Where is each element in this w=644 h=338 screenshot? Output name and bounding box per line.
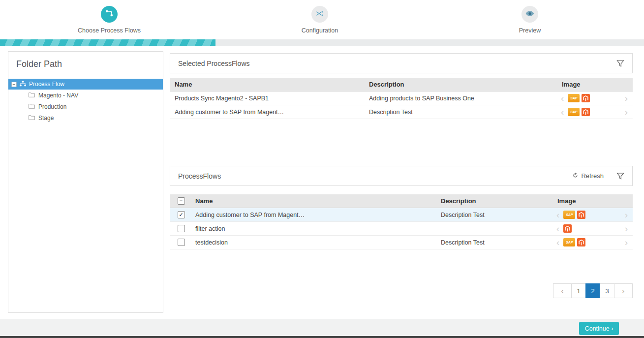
- tree-item-label: Process Flow: [29, 81, 64, 88]
- magento-icon: [582, 94, 590, 102]
- magento-icon: [563, 224, 572, 233]
- step-configuration[interactable]: Configuration: [266, 6, 374, 34]
- step-preview[interactable]: Preview: [476, 6, 584, 34]
- row-description: Adding products to SAP Business One: [369, 95, 556, 102]
- row-name: testdecision: [192, 239, 441, 246]
- chevron-right-icon[interactable]: ›: [625, 238, 628, 247]
- folder-path-panel: Folder Path − Process Flow Magento - NAV…: [8, 51, 163, 313]
- pagination-page-3[interactable]: 3: [600, 283, 614, 298]
- chevron-left-icon[interactable]: ‹: [556, 238, 559, 247]
- table-row[interactable]: ✓ Adding customer to SAP from Magent… De…: [170, 208, 633, 222]
- chevron-left-icon[interactable]: ‹: [561, 107, 564, 117]
- row-checkbox[interactable]: [178, 239, 185, 246]
- row-name: Products Sync Magento2 - SAPB1: [170, 95, 369, 102]
- step-circle[interactable]: [521, 6, 538, 23]
- tree-item-process-flow[interactable]: − Process Flow: [8, 79, 163, 90]
- processflows-table: − Name Description Image ✓ Adding custom…: [170, 194, 633, 249]
- continue-button[interactable]: Continue ›: [579, 322, 619, 335]
- magento-icon: [582, 108, 590, 116]
- filter-icon[interactable]: [616, 172, 624, 180]
- wizard-steps-header: Choose Process Flows Configuration Previ…: [0, 0, 644, 39]
- pagination-page-2[interactable]: 2: [585, 283, 600, 298]
- processflows-title: ProcessFlows: [178, 172, 221, 180]
- refresh-label: Refresh: [581, 172, 604, 180]
- step-circle[interactable]: [311, 6, 328, 23]
- row-image-cell: ‹ SAP ›: [552, 210, 633, 219]
- table-row: Products Sync Magento2 - SAPB1 Adding pr…: [170, 92, 633, 105]
- table-header-row: − Name Description Image: [170, 194, 633, 208]
- chevron-right-icon[interactable]: ›: [625, 210, 628, 219]
- tree-item-label: Production: [38, 103, 66, 110]
- row-checkbox[interactable]: ✓: [178, 211, 185, 218]
- chevron-right-icon[interactable]: ›: [625, 93, 628, 103]
- sap-icon: SAP: [568, 94, 580, 102]
- step-label: Preview: [476, 27, 584, 34]
- wizard-progress-fill: [0, 39, 215, 46]
- selected-processflows-title: Selected ProcessFlows: [178, 60, 250, 67]
- pagination-prev-button[interactable]: ‹: [553, 283, 572, 298]
- tree-item-label: Stage: [38, 115, 54, 122]
- column-header-image: Image: [552, 197, 633, 205]
- shuffle-icon: [316, 10, 324, 19]
- row-checkbox[interactable]: [178, 225, 185, 232]
- folder-icon: [29, 92, 35, 99]
- tree-item-label: Magento - NAV: [38, 92, 78, 99]
- tree-item-production[interactable]: Production: [8, 101, 163, 112]
- chevron-right-icon[interactable]: ›: [625, 107, 628, 117]
- filter-icon[interactable]: [616, 60, 624, 67]
- table-row[interactable]: filter action ‹ ›: [170, 222, 633, 236]
- folder-tree: − Process Flow Magento - NAV Production …: [8, 79, 163, 123]
- wizard-progress-track: [0, 39, 644, 46]
- step-choose-process-flows[interactable]: Choose Process Flows: [55, 6, 163, 34]
- selected-processflows-header: Selected ProcessFlows: [170, 53, 633, 73]
- tree-item-stage[interactable]: Stage: [8, 112, 163, 123]
- row-image-cell: ‹ SAP ›: [552, 238, 633, 247]
- row-image-cell: ‹ SAP ›: [556, 107, 633, 117]
- pagination-next-button[interactable]: ›: [614, 283, 633, 298]
- step-label: Choose Process Flows: [55, 27, 163, 34]
- row-image-cell: ‹ ›: [552, 224, 633, 233]
- refresh-button[interactable]: Refresh: [572, 172, 604, 180]
- processflows-header: ProcessFlows Refresh: [170, 166, 633, 186]
- image-badges: SAP: [563, 238, 585, 246]
- row-description: Description Test: [441, 239, 552, 246]
- magento-icon: [577, 238, 585, 246]
- row-description: Description Test: [441, 212, 552, 218]
- sap-icon: SAP: [568, 108, 580, 116]
- chevron-right-icon[interactable]: ›: [625, 224, 628, 233]
- collapse-icon[interactable]: −: [11, 82, 17, 87]
- table-row[interactable]: testdecision Description Test ‹ SAP ›: [170, 236, 633, 249]
- chevron-left-icon[interactable]: ‹: [561, 93, 564, 103]
- column-header-description: Description: [441, 197, 552, 205]
- step-circle[interactable]: [101, 6, 118, 23]
- footer-bar: [0, 319, 644, 336]
- refresh-icon: [572, 172, 579, 180]
- step-label: Configuration: [266, 27, 374, 34]
- folder-path-title: Folder Path: [8, 52, 163, 79]
- row-name: Adding customer to SAP from Magent…: [170, 109, 369, 116]
- bottom-edge: [0, 336, 644, 338]
- image-badges: SAP: [568, 108, 590, 116]
- folder-icon: [29, 115, 35, 122]
- sap-icon: SAP: [563, 238, 575, 246]
- eye-icon: [525, 10, 534, 19]
- column-header-name: Name: [192, 197, 441, 205]
- pagination-page-1[interactable]: 1: [571, 283, 586, 298]
- sap-icon: SAP: [563, 211, 575, 219]
- row-name: filter action: [192, 225, 441, 232]
- image-badges: SAP: [568, 94, 590, 102]
- column-header-image: Image: [556, 81, 633, 88]
- image-badges: [563, 224, 572, 233]
- column-header-description: Description: [369, 81, 556, 88]
- magento-icon: [577, 211, 585, 219]
- table-header-row: Name Description Image: [170, 78, 633, 92]
- pagination: ‹ 1 2 3 ›: [553, 283, 633, 298]
- process-flow-icon: [105, 9, 114, 19]
- chevron-left-icon[interactable]: ‹: [556, 210, 559, 219]
- selected-processflows-table: Name Description Image Products Sync Mag…: [170, 78, 633, 119]
- chevron-left-icon[interactable]: ‹: [556, 224, 559, 233]
- tree-item-magento-nav[interactable]: Magento - NAV: [8, 90, 163, 101]
- image-badges: SAP: [563, 211, 585, 219]
- row-image-cell: ‹ SAP ›: [556, 93, 633, 103]
- select-all-checkbox[interactable]: −: [178, 197, 185, 205]
